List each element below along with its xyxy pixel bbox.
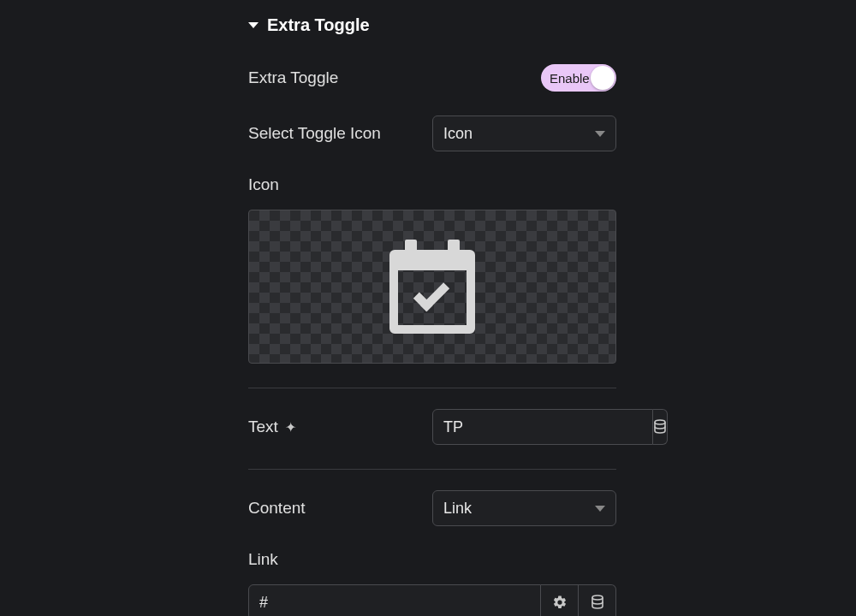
label-select-toggle-icon: Select Toggle Icon — [248, 124, 381, 143]
label-text: Text ✦ — [248, 418, 296, 436]
svg-point-1 — [592, 595, 603, 600]
sparkle-icon: ✦ — [285, 419, 296, 435]
database-icon — [653, 419, 667, 435]
link-input-group — [248, 584, 616, 616]
link-settings-button[interactable] — [541, 584, 579, 616]
select-content[interactable]: Link — [432, 490, 616, 526]
row-text: Text ✦ — [248, 409, 616, 445]
label-icon: Icon — [248, 175, 616, 194]
chevron-down-icon — [595, 506, 605, 512]
svg-point-0 — [655, 420, 665, 424]
calendar-check-icon — [389, 240, 475, 334]
icon-preview[interactable] — [248, 210, 616, 364]
section-title: Extra Toggle — [267, 15, 370, 35]
database-icon — [591, 595, 604, 610]
row-content: Content Link — [248, 490, 616, 526]
section-header-extra-toggle[interactable]: Extra Toggle — [248, 15, 616, 35]
label-link: Link — [248, 550, 616, 569]
settings-panel: Extra Toggle Extra Toggle Enable Select … — [248, 0, 616, 616]
text-input[interactable] — [432, 409, 653, 445]
dynamic-data-button[interactable] — [653, 409, 668, 445]
select-toggle-icon-value: Icon — [443, 125, 473, 143]
label-content: Content — [248, 499, 306, 518]
gear-icon — [552, 595, 568, 610]
divider — [248, 469, 616, 470]
divider — [248, 388, 616, 388]
caret-down-icon — [248, 22, 259, 28]
text-input-group — [432, 409, 616, 445]
link-dynamic-data-button[interactable] — [579, 584, 616, 616]
row-extra-toggle: Extra Toggle Enable — [248, 64, 616, 92]
select-content-value: Link — [443, 500, 472, 518]
toggle-knob — [591, 66, 615, 90]
select-toggle-icon[interactable]: Icon — [432, 116, 616, 151]
toggle-state-label: Enable — [550, 71, 590, 86]
enable-toggle[interactable]: Enable — [541, 64, 616, 92]
link-input[interactable] — [248, 584, 541, 616]
chevron-down-icon — [595, 131, 605, 137]
row-select-toggle-icon: Select Toggle Icon Icon — [248, 116, 616, 151]
label-extra-toggle: Extra Toggle — [248, 68, 338, 87]
